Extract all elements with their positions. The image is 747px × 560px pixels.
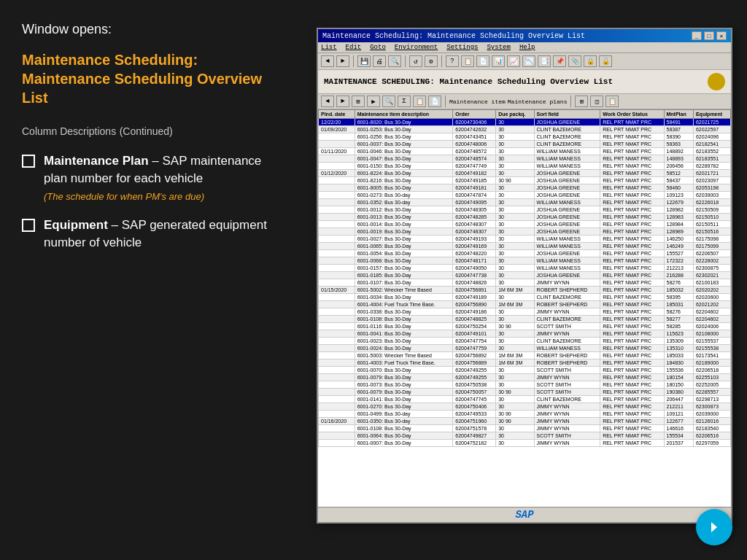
- table-row[interactable]: 01/15/2020 6001-5002: Wrecker Time Based…: [319, 287, 731, 294]
- minimize-button[interactable]: _: [692, 31, 702, 40]
- table-row[interactable]: 6001-0034: Bus 30-Day 62004749189 30 CLI…: [319, 294, 731, 301]
- table-row[interactable]: 6001-0019: Bus 30-Day 62004748307 30 JOS…: [319, 228, 731, 236]
- close-button[interactable]: ✕: [716, 31, 727, 40]
- menu-edit[interactable]: Edit: [346, 44, 362, 51]
- table-row[interactable]: 6001-0073: Bus 30-Day 62004750538 30 SCO…: [319, 381, 731, 389]
- table-row[interactable]: 6001-0079: Bus 30-Day 62004750057 30 90 …: [319, 389, 731, 396]
- table-row[interactable]: 6001-4004: Fuel Truck Time Base. 6200475…: [319, 301, 731, 308]
- cell-status: REL PRT NMAT PRC: [600, 440, 664, 447]
- table-row[interactable]: 6001-0041: Bus 30-Day 62004749101 30 JIM…: [319, 330, 731, 338]
- menu-help[interactable]: Help: [519, 44, 535, 51]
- table-row[interactable]: 6001-8005: Bus 30-Day 62004749181 30 JOS…: [319, 184, 731, 192]
- toolbar-btn-1[interactable]: 📋: [461, 55, 474, 67]
- toolbar-execute-btn[interactable]: ⚙: [425, 55, 438, 67]
- table-row[interactable]: 6001-4003: Fuel Truck Time Base. 6200475…: [319, 359, 731, 367]
- maintenance-plans-tab[interactable]: Maintenance plans: [508, 98, 568, 105]
- table-row[interactable]: 6001-0273: Bus 30-day 62004747874 30 JOS…: [319, 192, 731, 199]
- sub-toolbar-btn-9[interactable]: ⊞: [575, 96, 588, 107]
- table-row[interactable]: 6001-0023: Bus 30-Day 62004747754 30 CLI…: [319, 338, 731, 345]
- toolbar-btn-3[interactable]: 📊: [492, 55, 505, 67]
- sub-toolbar-btn-2[interactable]: ►: [336, 96, 349, 107]
- table-row[interactable]: 6001-0064: Bus 30-Day 62004749827 30 SCO…: [319, 432, 731, 440]
- col-plnd-date: Plnd. date: [319, 110, 355, 119]
- toolbar-save-btn[interactable]: 💾: [357, 55, 371, 67]
- sub-toolbar-btn-7[interactable]: 📋: [413, 96, 426, 107]
- toolbar-help-btn[interactable]: ?: [446, 55, 459, 67]
- table-row[interactable]: 6001-0065: Bus 30-Day 62004749169 30 WIL…: [319, 243, 731, 250]
- sub-toolbar-btn-6[interactable]: Σ: [398, 96, 411, 107]
- table-row[interactable]: 6001-0338: Bus 30-Day 62004749186 30 JIM…: [319, 308, 731, 316]
- toolbar-forward-btn[interactable]: ►: [336, 55, 349, 67]
- menu-goto[interactable]: Goto: [370, 44, 386, 51]
- sub-toolbar-btn-10[interactable]: ◫: [590, 96, 603, 107]
- toolbar-btn-4[interactable]: 📈: [507, 55, 520, 67]
- table-row[interactable]: 6001-0150: Bus 30-Day 62004747749 30 WIL…: [319, 163, 731, 170]
- table-row[interactable]: 6001-0027: Bus 30-Day 62004749193 30 WIL…: [319, 236, 731, 243]
- cell-item: 6001-0185: Bus 30-Day: [355, 272, 453, 279]
- sub-toolbar-btn-3[interactable]: ⊞: [352, 96, 365, 107]
- table-row[interactable]: 6001-0270: Bus 30-Day 62004750406 30 JIM…: [319, 403, 731, 411]
- table-row[interactable]: 6001-0054: Bus 30-Day 62004748220 30 JOS…: [319, 250, 731, 257]
- toolbar-back-btn[interactable]: ◄: [321, 55, 334, 67]
- table-row[interactable]: 6001-0079: Bus 30-Day 62004749255 30 JIM…: [319, 374, 731, 381]
- table-row[interactable]: 6001-0108: Bus 30-Day 62004748825 30 CLI…: [319, 316, 731, 323]
- col-due: Due packq.: [496, 110, 534, 119]
- table-row[interactable]: 01/16/2020 6001-0350: Bus 30-day 6200475…: [319, 418, 731, 425]
- table-row[interactable]: 6001-0352: Bus 30-day 62004749095 30 WIL…: [319, 199, 731, 206]
- cell-date: [319, 257, 355, 265]
- table-row[interactable]: 6001-8216: Bus 30-Day 62004749185 30 90 …: [319, 177, 731, 184]
- toolbar-btn-6[interactable]: 📑: [538, 55, 551, 67]
- menu-settings[interactable]: Settings: [446, 44, 478, 51]
- table-row[interactable]: 6001-0014: Bus 30-Day 62004748307 30 JOS…: [319, 221, 731, 228]
- cell-plan: 58276: [664, 279, 693, 287]
- sub-toolbar-btn-8[interactable]: 📄: [428, 96, 441, 107]
- table-row[interactable]: 6001-0157: Bus 30-Day 62004749050 30 WIL…: [319, 265, 731, 272]
- sub-toolbar-btn-11[interactable]: 📋: [605, 96, 619, 107]
- cell-order: 62004747745: [453, 396, 496, 403]
- menu-system[interactable]: System: [487, 44, 510, 51]
- table-row[interactable]: 01/11/2020 6001-0046: Bus 30-Day 6200474…: [319, 148, 731, 155]
- cell-item: 6001-8020: Bus 30-Day: [355, 119, 453, 126]
- table-row[interactable]: 6001-0012: Bus 30-Day 62004748305 30 JOS…: [319, 206, 731, 214]
- table-row[interactable]: 6001-0108: Bus 30-Day 62004751578 30 JIM…: [319, 425, 731, 432]
- table-row[interactable]: 6001-0068: Bus 30-Day 62004748171 30 WIL…: [319, 257, 731, 265]
- toolbar-btn-9[interactable]: 🔒: [584, 55, 597, 67]
- next-arrow-button[interactable]: [696, 509, 732, 545]
- toolbar-btn-2[interactable]: 📄: [476, 55, 489, 67]
- table-row[interactable]: 01/09/2020 6001-0253: Bus 30-Day 6200474…: [319, 126, 731, 133]
- table-row[interactable]: 6001-0116: Bus 30-Day 62004750254 30 90 …: [319, 323, 731, 330]
- table-row[interactable]: 6001-0047: Bus 30-Day 62004748574 30 WIL…: [319, 155, 731, 163]
- cell-due: 30: [496, 199, 534, 206]
- cell-item: 6001-0013: Bus 30-Day: [355, 214, 453, 221]
- sub-toolbar-btn-4[interactable]: ▶: [367, 96, 380, 107]
- cell-status: REL PRT NMAT PRC: [600, 338, 664, 345]
- toolbar-find-btn[interactable]: 🔍: [388, 55, 401, 67]
- table-row[interactable]: 6001-0256: Bus 30-Day 62004743451 30 CLI…: [319, 133, 731, 141]
- toolbar-btn-7[interactable]: 📌: [553, 55, 566, 67]
- table-row[interactable]: 6001-0499: Bus 30-day 62004749533 30 90 …: [319, 411, 731, 418]
- cell-status: REL PRT NMAT PRC: [600, 257, 664, 265]
- sub-toolbar-btn-1[interactable]: ◄: [321, 96, 334, 107]
- table-row[interactable]: 6001-0013: Bus 30-Day 62004748285 30 JOS…: [319, 214, 731, 221]
- menu-list[interactable]: List: [321, 44, 337, 51]
- table-row[interactable]: 6001-0024: Bus 30-Day 62004747759 30 WIL…: [319, 345, 731, 352]
- table-row[interactable]: 01/12/2020 6001-8224: Bus 30-Day 6200474…: [319, 170, 731, 177]
- toolbar-btn-10[interactable]: 🔓: [599, 55, 612, 67]
- table-row[interactable]: 12/22/20 6001-8020: Bus 30-Day 620047304…: [319, 119, 731, 126]
- maintenance-item-tab[interactable]: Maintenance item: [449, 98, 506, 105]
- menu-environment[interactable]: Environment: [395, 44, 438, 51]
- table-row[interactable]: 6001-0070: Bus 30-Day 62004749255 30 SCO…: [319, 367, 731, 374]
- toolbar-btn-5[interactable]: 📉: [522, 55, 535, 67]
- toolbar-refresh-btn[interactable]: ↺: [409, 55, 422, 67]
- toolbar-print-btn[interactable]: 🖨: [373, 55, 386, 67]
- sub-toolbar-btn-5[interactable]: 🔍: [382, 96, 395, 107]
- cell-equip: 62022597: [693, 126, 730, 133]
- table-row[interactable]: 6001-0141: Bus 30-Day 62004747745 30 CLI…: [319, 396, 731, 403]
- table-row[interactable]: 6001-0107: Bus 30-Day 62004748826 30 JIM…: [319, 279, 731, 287]
- toolbar-btn-8[interactable]: 📎: [568, 55, 581, 67]
- table-row[interactable]: 6001-0007: Bus 30-Day 62004752182 30 JIM…: [319, 440, 731, 447]
- maximize-button[interactable]: □: [704, 31, 714, 40]
- table-row[interactable]: 6001-0185: Bus 30-Day 62004747738 30 JOS…: [319, 272, 731, 279]
- table-row[interactable]: 6001-5003: Wrecker Time Based 6200475689…: [319, 352, 731, 359]
- table-row[interactable]: 6001-0037: Bus 30-Day 62004748006 30 CLI…: [319, 141, 731, 148]
